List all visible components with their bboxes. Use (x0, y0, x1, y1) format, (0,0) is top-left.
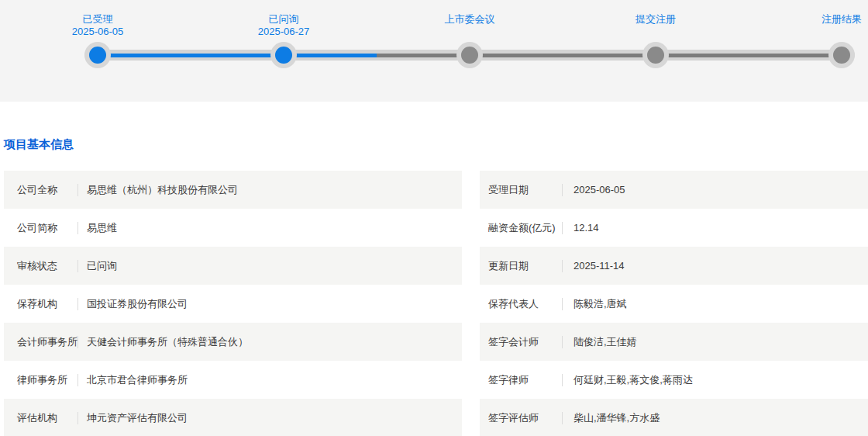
label-value-divider (562, 184, 563, 196)
field-value: 陈毅浩,唐斌 (574, 297, 627, 311)
label-value-divider (78, 374, 78, 386)
label-value-divider (562, 412, 563, 424)
field-value: 12.14 (574, 222, 599, 234)
step-label: 已问询 2025-06-27 (258, 13, 310, 38)
info-table-left: 公司全称易思维（杭州）科技股份有限公司 公司简称易思维 审核状态已问询 保荐机构… (4, 171, 462, 436)
field-label: 审核状态 (17, 259, 78, 273)
label-value-divider (78, 184, 78, 196)
step-name: 注册结果 (822, 13, 862, 26)
field-label: 签字律师 (488, 373, 562, 387)
field-value: 天健会计师事务所（特殊普通合伙） (87, 335, 248, 349)
label-value-divider (78, 222, 78, 234)
step-name: 已受理 (72, 13, 124, 26)
step-node-icon (270, 42, 297, 68)
info-row: 保荐机构国投证券股份有限公司 (4, 285, 462, 323)
info-row: 签字评估师柴山,潘华锋,方水盛 (480, 399, 868, 436)
step-node-dot (647, 47, 664, 64)
step-label: 已受理 2025-06-05 (72, 13, 124, 38)
step-date: 2025-06-05 (72, 26, 124, 38)
label-value-divider (78, 412, 78, 424)
info-row: 融资金额(亿元)12.14 (480, 209, 868, 247)
field-value: 国投证券股份有限公司 (87, 297, 188, 311)
field-value: 陆俊洁,王佳婧 (574, 335, 637, 349)
field-label: 融资金额(亿元) (488, 221, 562, 235)
step-node-dot (89, 47, 106, 64)
info-row: 公司简称易思维 (4, 209, 462, 247)
step-name: 已问询 (258, 13, 310, 26)
label-value-divider (562, 260, 563, 272)
field-label: 会计师事务所 (17, 335, 78, 349)
info-row: 更新日期2025-11-14 (480, 247, 868, 285)
step-name: 提交注册 (636, 13, 676, 26)
info-row: 公司全称易思维（杭州）科技股份有限公司 (4, 171, 462, 209)
field-value: 何廷财,王毅,蒋文俊,蒋雨达 (574, 373, 693, 387)
label-value-divider (562, 374, 563, 386)
audit-progress-panel: 已受理 2025-06-05 已问询 2025-06-27 上市委会议 提交注册… (0, 0, 868, 102)
field-value: 坤元资产评估有限公司 (87, 411, 188, 425)
label-value-divider (78, 298, 78, 310)
label-value-divider (78, 260, 78, 272)
step-node-dot (461, 47, 478, 64)
info-row: 保荐代表人陈毅浩,唐斌 (480, 285, 868, 323)
field-value: 2025-11-14 (574, 260, 625, 272)
step-name: 上市委会议 (445, 13, 495, 26)
info-row: 律师事务所北京市君合律师事务所 (4, 361, 462, 399)
step-label: 上市委会议 (445, 13, 495, 26)
field-value: 北京市君合律师事务所 (87, 373, 188, 387)
project-info-tables: 公司全称易思维（杭州）科技股份有限公司 公司简称易思维 审核状态已问询 保荐机构… (4, 171, 868, 436)
field-value: 柴山,潘华锋,方水盛 (574, 411, 660, 425)
info-row: 审核状态已问询 (4, 247, 462, 285)
field-label: 公司简称 (17, 221, 78, 235)
info-row: 评估机构坤元资产评估有限公司 (4, 399, 462, 436)
label-value-divider (562, 298, 563, 310)
progress-line-pending (377, 54, 842, 57)
field-label: 受理日期 (488, 183, 562, 197)
field-value: 易思维（杭州）科技股份有限公司 (87, 183, 238, 197)
section-title: 项目基本信息 (4, 138, 868, 151)
progress-line-completed (98, 54, 377, 57)
field-value: 2025-06-05 (574, 184, 625, 196)
field-label: 律师事务所 (17, 373, 78, 387)
info-row: 签字律师何廷财,王毅,蒋文俊,蒋雨达 (480, 361, 868, 399)
label-value-divider (78, 336, 78, 348)
step-node-dot (833, 47, 850, 64)
field-label: 保荐机构 (17, 297, 78, 311)
step-node-icon (84, 42, 111, 68)
field-label: 签字评估师 (488, 411, 562, 425)
step-date: 2025-06-27 (258, 26, 310, 38)
field-value: 易思维 (87, 221, 117, 235)
info-row: 受理日期2025-06-05 (480, 171, 868, 209)
step-node-icon (828, 42, 855, 68)
step-node-icon (456, 42, 483, 68)
field-label: 更新日期 (488, 259, 562, 273)
step-node-dot (275, 47, 292, 64)
step-label: 提交注册 (636, 13, 676, 26)
step-node-icon (642, 42, 669, 68)
info-row: 会计师事务所天健会计师事务所（特殊普通合伙） (4, 323, 462, 361)
info-table-right: 受理日期2025-06-05 融资金额(亿元)12.14 更新日期2025-11… (480, 171, 868, 436)
info-row: 签字会计师陆俊洁,王佳婧 (480, 323, 868, 361)
field-label: 评估机构 (17, 411, 78, 425)
field-label: 保荐代表人 (488, 297, 562, 311)
label-value-divider (562, 336, 563, 348)
step-label: 注册结果 (822, 13, 862, 26)
field-label: 公司全称 (17, 183, 78, 197)
field-label: 签字会计师 (488, 335, 562, 349)
label-value-divider (562, 222, 563, 234)
field-value: 已问询 (87, 259, 117, 273)
